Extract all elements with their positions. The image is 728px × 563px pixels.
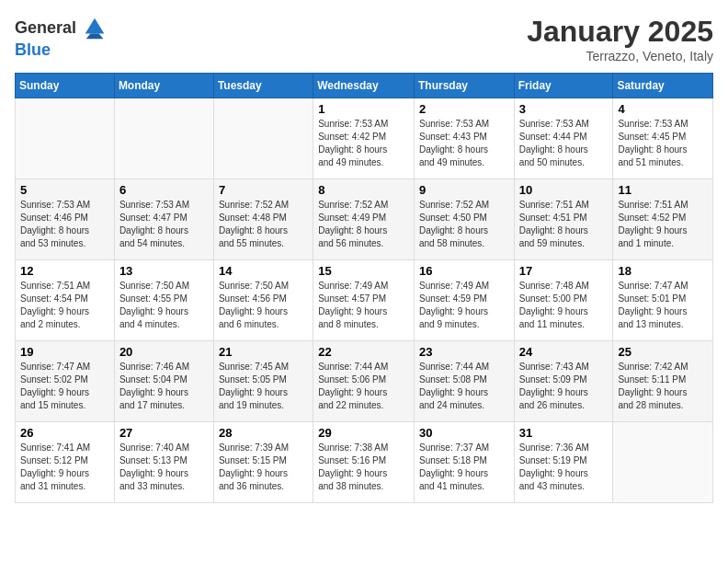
day-number: 31 [519, 426, 609, 440]
calendar-cell: 9Sunrise: 7:52 AM Sunset: 4:50 PM Daylig… [414, 179, 514, 260]
day-info: Sunrise: 7:53 AM Sunset: 4:43 PM Dayligh… [419, 118, 509, 169]
day-of-week-header: Monday [114, 74, 213, 98]
calendar-cell: 22Sunrise: 7:44 AM Sunset: 5:06 PM Dayli… [313, 341, 415, 422]
calendar-cell: 14Sunrise: 7:50 AM Sunset: 4:56 PM Dayli… [213, 260, 313, 341]
calendar-cell: 13Sunrise: 7:50 AM Sunset: 4:55 PM Dayli… [114, 260, 213, 341]
day-number: 20 [119, 345, 209, 359]
day-number: 24 [519, 345, 609, 359]
day-info: Sunrise: 7:36 AM Sunset: 5:19 PM Dayligh… [519, 442, 609, 493]
day-number: 14 [219, 264, 308, 278]
day-info: Sunrise: 7:39 AM Sunset: 5:15 PM Dayligh… [219, 442, 308, 493]
day-number: 6 [119, 183, 209, 197]
calendar-week-row: 1Sunrise: 7:53 AM Sunset: 4:42 PM Daylig… [16, 98, 713, 179]
day-info: Sunrise: 7:40 AM Sunset: 5:13 PM Dayligh… [119, 442, 209, 493]
day-info: Sunrise: 7:48 AM Sunset: 5:00 PM Dayligh… [519, 280, 609, 331]
calendar-week-row: 19Sunrise: 7:47 AM Sunset: 5:02 PM Dayli… [16, 341, 713, 422]
logo: General Blue [15, 15, 108, 60]
day-info: Sunrise: 7:38 AM Sunset: 5:16 PM Dayligh… [318, 442, 409, 493]
day-number: 7 [219, 183, 308, 197]
day-number: 16 [419, 264, 509, 278]
calendar-cell: 31Sunrise: 7:36 AM Sunset: 5:19 PM Dayli… [514, 422, 613, 503]
day-number: 25 [618, 345, 708, 359]
calendar-cell [213, 98, 313, 179]
day-info: Sunrise: 7:49 AM Sunset: 4:59 PM Dayligh… [419, 280, 509, 331]
day-number: 9 [419, 183, 509, 197]
day-info: Sunrise: 7:52 AM Sunset: 4:49 PM Dayligh… [318, 199, 409, 250]
day-info: Sunrise: 7:52 AM Sunset: 4:48 PM Dayligh… [219, 199, 308, 250]
day-number: 21 [219, 345, 308, 359]
day-info: Sunrise: 7:46 AM Sunset: 5:04 PM Dayligh… [119, 361, 209, 412]
calendar-cell [114, 98, 213, 179]
day-info: Sunrise: 7:42 AM Sunset: 5:11 PM Dayligh… [618, 361, 708, 412]
calendar-cell: 30Sunrise: 7:37 AM Sunset: 5:18 PM Dayli… [414, 422, 514, 503]
day-of-week-header: Wednesday [313, 74, 415, 98]
day-number: 28 [219, 426, 308, 440]
page-header: General Blue January 2025 Terrazzo, Vene… [15, 15, 713, 63]
day-info: Sunrise: 7:49 AM Sunset: 4:57 PM Dayligh… [318, 280, 409, 331]
calendar-week-row: 26Sunrise: 7:41 AM Sunset: 5:12 PM Dayli… [16, 422, 713, 503]
day-number: 10 [519, 183, 609, 197]
calendar-cell: 25Sunrise: 7:42 AM Sunset: 5:11 PM Dayli… [613, 341, 713, 422]
day-of-week-header: Sunday [16, 74, 115, 98]
calendar-cell: 12Sunrise: 7:51 AM Sunset: 4:54 PM Dayli… [16, 260, 115, 341]
logo-text-general: General [15, 18, 76, 38]
calendar-cell: 4Sunrise: 7:53 AM Sunset: 4:45 PM Daylig… [613, 98, 713, 179]
day-number: 15 [318, 264, 409, 278]
day-of-week-header: Saturday [613, 74, 713, 98]
day-info: Sunrise: 7:47 AM Sunset: 5:02 PM Dayligh… [20, 361, 109, 412]
day-number: 26 [20, 426, 109, 440]
day-number: 19 [20, 345, 109, 359]
calendar-cell [613, 422, 713, 503]
day-of-week-header: Friday [514, 74, 613, 98]
day-number: 11 [618, 183, 708, 197]
day-number: 1 [318, 102, 409, 116]
day-number: 27 [119, 426, 209, 440]
day-info: Sunrise: 7:53 AM Sunset: 4:42 PM Dayligh… [318, 118, 409, 169]
calendar-cell: 26Sunrise: 7:41 AM Sunset: 5:12 PM Dayli… [16, 422, 115, 503]
calendar-cell: 27Sunrise: 7:40 AM Sunset: 5:13 PM Dayli… [114, 422, 213, 503]
day-number: 17 [519, 264, 609, 278]
day-number: 8 [318, 183, 409, 197]
day-info: Sunrise: 7:50 AM Sunset: 4:56 PM Dayligh… [219, 280, 308, 331]
calendar-cell: 23Sunrise: 7:44 AM Sunset: 5:08 PM Dayli… [414, 341, 514, 422]
day-number: 18 [618, 264, 708, 278]
calendar-cell [16, 98, 115, 179]
calendar-cell: 29Sunrise: 7:38 AM Sunset: 5:16 PM Dayli… [313, 422, 415, 503]
location-title: Terrazzo, Veneto, Italy [527, 49, 713, 63]
calendar-week-row: 5Sunrise: 7:53 AM Sunset: 4:46 PM Daylig… [16, 179, 713, 260]
month-title: January 2025 [527, 15, 713, 49]
calendar-cell: 20Sunrise: 7:46 AM Sunset: 5:04 PM Dayli… [114, 341, 213, 422]
calendar-cell: 11Sunrise: 7:51 AM Sunset: 4:52 PM Dayli… [613, 179, 713, 260]
calendar-cell: 15Sunrise: 7:49 AM Sunset: 4:57 PM Dayli… [313, 260, 415, 341]
day-number: 4 [618, 102, 708, 116]
svg-marker-1 [86, 34, 104, 40]
day-info: Sunrise: 7:44 AM Sunset: 5:08 PM Dayligh… [419, 361, 509, 412]
calendar-cell: 16Sunrise: 7:49 AM Sunset: 4:59 PM Dayli… [414, 260, 514, 341]
svg-marker-0 [85, 18, 105, 34]
calendar-cell: 10Sunrise: 7:51 AM Sunset: 4:51 PM Dayli… [514, 179, 613, 260]
day-number: 12 [20, 264, 109, 278]
day-info: Sunrise: 7:52 AM Sunset: 4:50 PM Dayligh… [419, 199, 509, 250]
day-number: 29 [318, 426, 409, 440]
day-info: Sunrise: 7:37 AM Sunset: 5:18 PM Dayligh… [419, 442, 509, 493]
day-info: Sunrise: 7:51 AM Sunset: 4:52 PM Dayligh… [618, 199, 708, 250]
day-number: 13 [119, 264, 209, 278]
calendar-week-row: 12Sunrise: 7:51 AM Sunset: 4:54 PM Dayli… [16, 260, 713, 341]
calendar-cell: 1Sunrise: 7:53 AM Sunset: 4:42 PM Daylig… [313, 98, 415, 179]
day-info: Sunrise: 7:51 AM Sunset: 4:54 PM Dayligh… [20, 280, 109, 331]
day-number: 2 [419, 102, 509, 116]
calendar-cell: 18Sunrise: 7:47 AM Sunset: 5:01 PM Dayli… [613, 260, 713, 341]
day-info: Sunrise: 7:47 AM Sunset: 5:01 PM Dayligh… [618, 280, 708, 331]
calendar-cell: 28Sunrise: 7:39 AM Sunset: 5:15 PM Dayli… [213, 422, 313, 503]
calendar-cell: 5Sunrise: 7:53 AM Sunset: 4:46 PM Daylig… [16, 179, 115, 260]
calendar-cell: 6Sunrise: 7:53 AM Sunset: 4:47 PM Daylig… [114, 179, 213, 260]
day-info: Sunrise: 7:53 AM Sunset: 4:45 PM Dayligh… [618, 118, 708, 169]
day-info: Sunrise: 7:44 AM Sunset: 5:06 PM Dayligh… [318, 361, 409, 412]
day-number: 22 [318, 345, 409, 359]
day-info: Sunrise: 7:53 AM Sunset: 4:47 PM Dayligh… [119, 199, 209, 250]
calendar-table: SundayMondayTuesdayWednesdayThursdayFrid… [15, 73, 713, 503]
day-number: 5 [20, 183, 109, 197]
day-number: 30 [419, 426, 509, 440]
day-of-week-header: Tuesday [213, 74, 313, 98]
day-info: Sunrise: 7:50 AM Sunset: 4:55 PM Dayligh… [119, 280, 209, 331]
